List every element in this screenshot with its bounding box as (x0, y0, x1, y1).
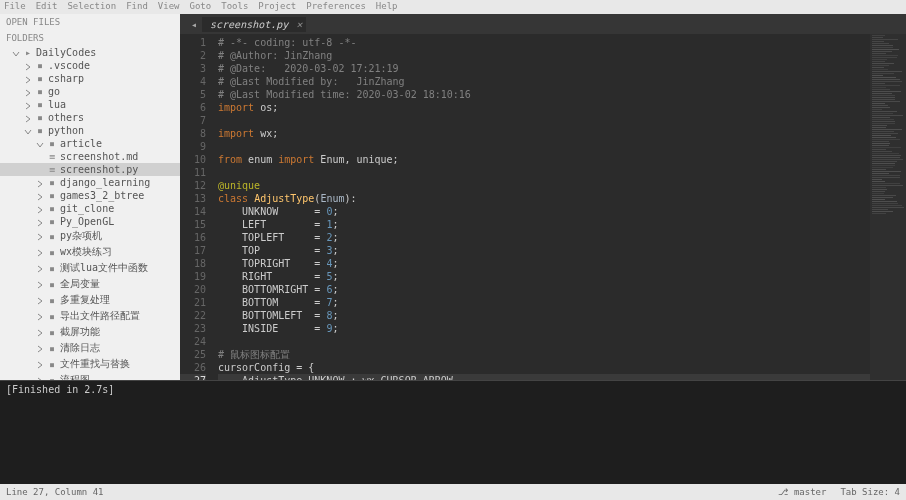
folder-games3_2_btree[interactable]: ▪games3_2_btree (0, 189, 180, 202)
folder-py杂项机[interactable]: ▪py杂项机 (0, 228, 180, 244)
code-line[interactable]: BOTTOMLEFT = 8; (218, 310, 338, 321)
menu-view[interactable]: View (158, 1, 180, 13)
folder-wx模块练习[interactable]: ▪wx模块练习 (0, 244, 180, 260)
chevron-right-icon (36, 328, 44, 336)
item-label: csharp (48, 73, 84, 84)
code-line[interactable]: import os; (218, 102, 278, 113)
line-number: 6 (180, 101, 206, 114)
code-line[interactable]: TOPRIGHT = 4; (218, 258, 338, 269)
chevron-right-icon (24, 75, 32, 83)
item-label: games3_2_btree (60, 190, 144, 201)
code-line[interactable]: class AdjustType(Enum): (218, 193, 357, 204)
folder-流程图[interactable]: ▪流程图 (0, 372, 180, 380)
code-line[interactable]: # @Date: 2020-03-02 17:21:19 (218, 63, 399, 74)
status-cursor-pos[interactable]: Line 27, Column 41 (6, 487, 104, 497)
code-line[interactable]: @unique (218, 180, 260, 191)
folder-icon: ▪ (47, 139, 57, 149)
folder-.vscode[interactable]: ▪.vscode (0, 59, 180, 72)
folder-导出文件路径配置[interactable]: ▪导出文件路径配置 (0, 308, 180, 324)
chevron-right-icon (36, 264, 44, 272)
code-line[interactable]: LEFT = 1; (218, 219, 338, 230)
code-line[interactable]: UNKNOW = 0; (218, 206, 338, 217)
status-tab-size[interactable]: Tab Size: 4 (840, 487, 900, 497)
item-label: 文件重找与替换 (60, 357, 130, 371)
code-view[interactable]: 1234567891011121314151617181920212223242… (180, 34, 906, 380)
menu-tools[interactable]: Tools (221, 1, 248, 13)
menu-find[interactable]: Find (126, 1, 148, 13)
folder-全局变量[interactable]: ▪全局变量 (0, 276, 180, 292)
code-line[interactable]: cursorConfig = { (218, 362, 314, 373)
line-number: 11 (180, 166, 206, 179)
code-lines[interactable]: # -*- coding: utf-8 -*- # @Author: JinZh… (212, 34, 870, 380)
chevron-right-icon (36, 280, 44, 288)
folder-清除日志[interactable]: ▪清除日志 (0, 340, 180, 356)
line-number: 14 (180, 205, 206, 218)
folder-go[interactable]: ▪go (0, 85, 180, 98)
folder-others[interactable]: ▪others (0, 111, 180, 124)
code-line[interactable]: BOTTOMRIGHT = 6; (218, 284, 338, 295)
folder-icon: ▪ (47, 204, 57, 214)
file-screenshot.md[interactable]: ≡screenshot.md (0, 150, 180, 163)
item-label: 清除日志 (60, 341, 100, 355)
line-number: 1 (180, 36, 206, 49)
code-line[interactable]: TOPLEFT = 2; (218, 232, 338, 243)
folder-csharp[interactable]: ▪csharp (0, 72, 180, 85)
folder-icon: ▪ (47, 295, 57, 305)
item-label: git_clone (60, 203, 114, 214)
file-icon: ≡ (47, 165, 57, 175)
minimap[interactable] (870, 34, 906, 380)
folder-文件重找与替换[interactable]: ▪文件重找与替换 (0, 356, 180, 372)
code-line[interactable]: # @Last Modified time: 2020-03-02 18:10:… (218, 89, 471, 100)
folder-测试lua文件中函数[interactable]: ▪测试lua文件中函数 (0, 260, 180, 276)
code-line[interactable]: BOTTOM = 7; (218, 297, 338, 308)
folder-icon: ▸ (23, 48, 33, 58)
code-line[interactable]: # @Author: JinZhang (218, 50, 332, 61)
code-line[interactable]: from enum import Enum, unique; (218, 154, 399, 165)
folder-icon: ▪ (47, 178, 57, 188)
item-label: 导出文件路径配置 (60, 309, 140, 323)
folder-python[interactable]: ▪python (0, 124, 180, 137)
line-number: 4 (180, 75, 206, 88)
menu-preferences[interactable]: Preferences (306, 1, 366, 13)
code-line[interactable]: INSIDE = 9; (218, 323, 338, 334)
code-line[interactable]: TOP = 3; (218, 245, 338, 256)
close-icon[interactable]: × (296, 19, 302, 30)
menu-edit[interactable]: Edit (36, 1, 58, 13)
folder-截屏功能[interactable]: ▪截屏功能 (0, 324, 180, 340)
status-bar: Line 27, Column 41 ⎇ master Tab Size: 4 (0, 484, 906, 500)
line-number: 15 (180, 218, 206, 231)
tab-nav-left-icon[interactable]: ◂ (188, 19, 200, 30)
item-label: 全局变量 (60, 277, 100, 291)
code-line[interactable]: AdjustType.UNKNOW : wx.CURSOR_ARROW, (218, 374, 870, 380)
item-label: screenshot.md (60, 151, 138, 162)
line-number: 2 (180, 49, 206, 62)
menu-project[interactable]: Project (258, 1, 296, 13)
folder-icon: ▪ (35, 113, 45, 123)
line-number: 22 (180, 309, 206, 322)
item-label: article (60, 138, 102, 149)
folder-lua[interactable]: ▪lua (0, 98, 180, 111)
folder-多重复处理[interactable]: ▪多重复处理 (0, 292, 180, 308)
status-branch[interactable]: ⎇ master (778, 487, 826, 497)
line-number: 13 (180, 192, 206, 205)
tab-screenshot-py[interactable]: screenshot.py × (202, 17, 306, 32)
line-number: 9 (180, 140, 206, 153)
folder-icon: ▪ (47, 231, 57, 241)
code-line[interactable]: # @Last Modified by: JinZhang (218, 76, 405, 87)
code-line[interactable]: # -*- coding: utf-8 -*- (218, 37, 356, 48)
folder-article[interactable]: ▪article (0, 137, 180, 150)
folder-django_learning[interactable]: ▪django_learning (0, 176, 180, 189)
code-line[interactable]: RIGHT = 5; (218, 271, 338, 282)
folder-root[interactable]: ▸ DailyCodes (0, 46, 180, 59)
menu-help[interactable]: Help (376, 1, 398, 13)
tab-bar: ◂ screenshot.py × (180, 14, 906, 34)
file-screenshot.py[interactable]: ≡screenshot.py (0, 163, 180, 176)
menu-file[interactable]: File (4, 1, 26, 13)
menu-selection[interactable]: Selection (67, 1, 116, 13)
folder-git_clone[interactable]: ▪git_clone (0, 202, 180, 215)
folder-Py_OpenGL[interactable]: ▪Py_OpenGL (0, 215, 180, 228)
open-files-header: OPEN FILES (0, 14, 180, 30)
code-line[interactable]: import wx; (218, 128, 278, 139)
code-line[interactable]: # 鼠标图标配置 (218, 349, 290, 360)
menu-goto[interactable]: Goto (190, 1, 212, 13)
